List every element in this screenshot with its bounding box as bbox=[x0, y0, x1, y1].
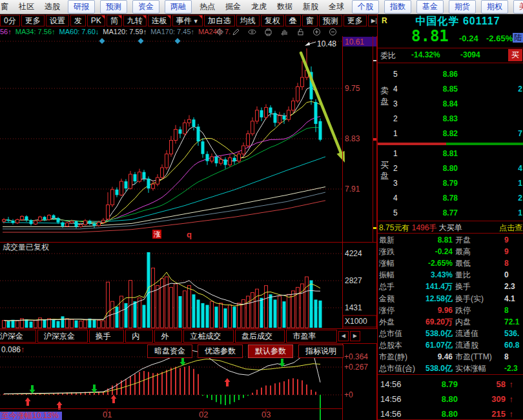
printer-icon[interactable] bbox=[264, 28, 272, 36]
hand-icon[interactable] bbox=[280, 28, 289, 36]
toolbar-button-窗[interactable]: 窗 bbox=[302, 15, 318, 26]
menu-item-期货[interactable]: 期货 bbox=[449, 0, 476, 14]
ma-legend-item: MA34: 7.56↑ bbox=[15, 28, 56, 35]
menu-item-数据[interactable]: 数据 bbox=[272, 0, 298, 14]
gear-icon[interactable] bbox=[216, 28, 224, 36]
info-value: 69.20万 bbox=[404, 316, 453, 328]
toolbar-button-九转[interactable]: 九转 bbox=[123, 15, 147, 26]
menu-item-龙虎[interactable]: 龙虎 bbox=[246, 0, 272, 14]
tab-内盘[interactable]: 内盘 bbox=[125, 330, 153, 343]
tick-time: 14:56 bbox=[380, 392, 402, 406]
tick-price: 8.79 bbox=[416, 377, 458, 392]
toolbar-button-复权[interactable]: 复权 bbox=[261, 15, 284, 26]
book-price: 8.77 bbox=[416, 206, 458, 221]
info-row: 涨停9.96跌停8 bbox=[378, 305, 523, 316]
order-book-row[interactable]: 58.771 bbox=[378, 206, 523, 221]
toolbar-button-设置[interactable]: 设置 bbox=[46, 15, 69, 26]
menu-item-预测[interactable]: 预测 bbox=[100, 0, 127, 14]
menu-item-基金[interactable]: 基金 bbox=[416, 0, 444, 14]
indicator-button-优选参数[interactable]: 优选参数 bbox=[198, 345, 243, 358]
toolbar-button-事件[interactable]: 事件▼ bbox=[172, 15, 203, 26]
menu-item-研报[interactable]: 研报 bbox=[68, 0, 95, 14]
toolbar-button-更多[interactable]: 更多 bbox=[21, 15, 45, 26]
lock-icon[interactable] bbox=[296, 28, 305, 36]
order-book-row[interactable]: 28.83 bbox=[378, 112, 523, 126]
toolbar-button-加自选[interactable]: 加自选 bbox=[204, 15, 235, 26]
order-book-row[interactable]: 38.791 bbox=[378, 176, 523, 191]
tab-市盈率(ttm)[interactable]: 市盈率(ttm) bbox=[286, 330, 336, 343]
order-book-row[interactable]: 48.852 bbox=[378, 82, 523, 97]
order-book-row[interactable]: 58.86 bbox=[378, 67, 523, 82]
menu-item-窗[interactable]: 窗 bbox=[0, 0, 14, 14]
toolbar-button-连板[interactable]: 连板 bbox=[148, 15, 171, 26]
toolbar-button-发[interactable]: 发 bbox=[70, 15, 86, 26]
indicator-tabs: 沪深金额沪深京金额换手率内盘外盘立桩成交量盘后成交量市盈率(ttm)◀▶ bbox=[0, 329, 377, 343]
order-book-row[interactable]: 38.84 bbox=[378, 97, 523, 112]
toolbar-button-更多[interactable]: 更多 bbox=[344, 15, 367, 26]
tab-沪深京金额[interactable]: 沪深京金额 bbox=[37, 330, 88, 343]
info-label: 实体涨幅 bbox=[455, 363, 486, 374]
info-row: 外盘69.20万内盘72.1 bbox=[378, 316, 523, 328]
indicator-button-暗盘资金[interactable]: 暗盘资金 bbox=[147, 345, 192, 358]
indicator-button-指标说明[interactable]: 指标说明 bbox=[298, 345, 344, 358]
menu-item-新股[interactable]: 新股 bbox=[298, 0, 323, 14]
svg-text:03: 03 bbox=[262, 410, 271, 419]
svg-text:1431: 1431 bbox=[345, 303, 362, 312]
main-candlestick-chart[interactable]: 10.48涨q10.619.758.837.91 bbox=[0, 36, 377, 242]
tab-换手率[interactable]: 换手率 bbox=[89, 330, 125, 343]
order-book-row[interactable]: 48.782 bbox=[378, 191, 523, 206]
menu-item-指数[interactable]: 指数 bbox=[384, 0, 411, 14]
scroll-left-icon[interactable]: ◀ bbox=[338, 331, 349, 341]
menu-item-全球[interactable]: 全球 bbox=[323, 0, 349, 14]
menu-item-个股[interactable]: 个股 bbox=[352, 0, 379, 14]
ma-legend-item: MA170: 7.45↑ bbox=[150, 28, 194, 35]
info-row: 涨幅-2.65%最低8 bbox=[378, 257, 523, 269]
zoom-in-icon[interactable] bbox=[313, 28, 321, 36]
menu-item-美股[interactable]: 美股 bbox=[513, 0, 523, 14]
menu-item-期权[interactable]: 期权 bbox=[481, 0, 508, 14]
menu-item-两融[interactable]: 两融 bbox=[165, 0, 192, 14]
buy-button[interactable]: 买 bbox=[508, 49, 522, 61]
tab-外盘[interactable]: 外盘 bbox=[154, 330, 182, 343]
toolbar-button-简[interactable]: 简 bbox=[107, 15, 122, 26]
next-page-icon[interactable]: ▶| bbox=[368, 15, 377, 26]
tab-立桩成交量[interactable]: 立桩成交量 bbox=[183, 330, 234, 343]
toolbar-button-PK[interactable]: PK bbox=[87, 15, 105, 26]
menu-item-掘金[interactable]: 掘金 bbox=[220, 0, 246, 14]
info-row: 总市值538.0亿流通值536. bbox=[378, 328, 523, 339]
weibi-value: -14.32% bbox=[411, 50, 440, 59]
menu-item-热点[interactable]: 热点 bbox=[194, 0, 220, 14]
info-value: 538.0亿 bbox=[404, 328, 453, 339]
info-label: 涨幅 bbox=[379, 257, 395, 269]
book-price: 8.86 bbox=[416, 67, 458, 82]
ma-legend-item: MA60: 7.60↓ bbox=[59, 28, 99, 35]
eye-icon[interactable] bbox=[248, 28, 256, 36]
info-value: 141.4万 bbox=[404, 281, 453, 292]
info-value: 8 bbox=[504, 305, 509, 316]
volume-chart[interactable]: 成交量已复权422428271431X1000 bbox=[0, 242, 377, 329]
tab-盘后成交量[interactable]: 盘后成交量 bbox=[235, 330, 285, 343]
toolbar-button-均线[interactable]: 均线 bbox=[236, 15, 260, 26]
info-value: 12.58亿 bbox=[404, 293, 453, 305]
order-book-row[interactable]: 18.81 bbox=[378, 146, 523, 161]
big-order-link[interactable]: 点击查 bbox=[499, 221, 522, 234]
zoom-out-icon[interactable] bbox=[329, 28, 337, 36]
menu-item-资金[interactable]: 资金 bbox=[132, 0, 159, 14]
book-price: 8.82 bbox=[416, 126, 458, 141]
info-label: 内盘 bbox=[455, 316, 471, 328]
indicator-button-默认参数[interactable]: 默认参数 bbox=[248, 345, 293, 358]
menu-item-选股[interactable]: 选股 bbox=[39, 0, 65, 14]
corner-flag bbox=[167, 15, 170, 19]
toolbar-button-预测[interactable]: 预测 bbox=[319, 15, 342, 26]
toolbar-button-叠[interactable]: 叠 bbox=[285, 15, 301, 26]
order-book-row[interactable]: 18.827 bbox=[378, 126, 523, 141]
menu-item-社区[interactable]: 社区 bbox=[14, 0, 39, 14]
tick-price: 8.80 bbox=[416, 392, 458, 406]
book-level: 3 bbox=[393, 176, 398, 191]
scroll-right-icon[interactable]: ▶ bbox=[350, 331, 360, 341]
toolbar-button-0分[interactable]: 0分 bbox=[0, 15, 20, 26]
pencil-icon[interactable] bbox=[232, 28, 240, 36]
up-arrow-icon: ↑ bbox=[509, 377, 514, 392]
tab-沪深金额[interactable]: 沪深金额 bbox=[0, 330, 36, 343]
order-book-row[interactable]: 28.804 bbox=[378, 161, 523, 176]
